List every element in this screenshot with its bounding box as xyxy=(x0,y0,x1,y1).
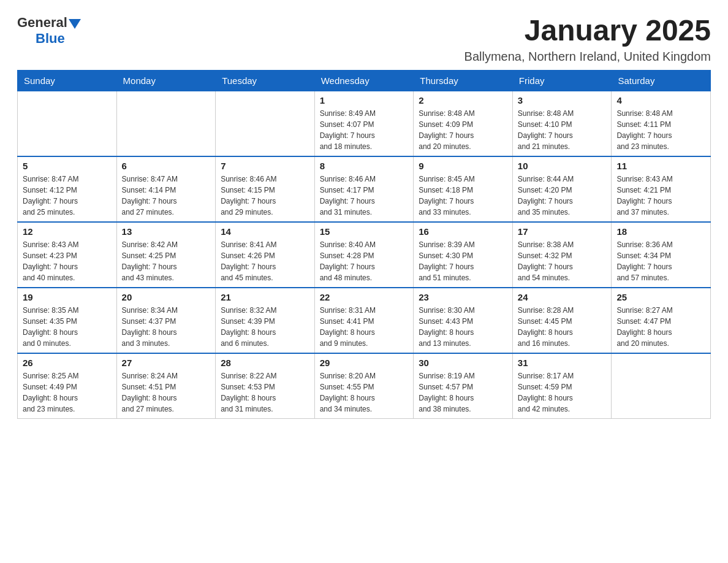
calendar-day-cell xyxy=(116,91,216,156)
day-number: 21 xyxy=(221,292,309,302)
day-info: Sunrise: 8:39 AM Sunset: 4:30 PM Dayligh… xyxy=(419,239,507,283)
calendar-day-cell: 26Sunrise: 8:25 AM Sunset: 4:49 PM Dayli… xyxy=(18,353,117,419)
calendar-header-tuesday: Tuesday xyxy=(216,70,315,91)
day-info: Sunrise: 8:43 AM Sunset: 4:21 PM Dayligh… xyxy=(616,174,705,218)
calendar-day-cell: 29Sunrise: 8:20 AM Sunset: 4:55 PM Dayli… xyxy=(314,353,414,419)
day-info: Sunrise: 8:36 AM Sunset: 4:34 PM Dayligh… xyxy=(616,239,705,283)
day-info: Sunrise: 8:28 AM Sunset: 4:45 PM Dayligh… xyxy=(518,305,607,349)
day-info: Sunrise: 8:31 AM Sunset: 4:41 PM Dayligh… xyxy=(320,305,409,349)
calendar-day-cell xyxy=(216,91,315,156)
day-info: Sunrise: 8:48 AM Sunset: 4:11 PM Dayligh… xyxy=(616,108,705,152)
calendar-day-cell: 31Sunrise: 8:17 AM Sunset: 4:59 PM Dayli… xyxy=(512,353,612,419)
day-number: 8 xyxy=(320,161,409,171)
calendar-day-cell: 17Sunrise: 8:38 AM Sunset: 4:32 PM Dayli… xyxy=(512,222,612,288)
calendar-day-cell xyxy=(18,91,117,156)
calendar-day-cell: 12Sunrise: 8:43 AM Sunset: 4:23 PM Dayli… xyxy=(18,222,117,288)
calendar-day-cell: 23Sunrise: 8:30 AM Sunset: 4:43 PM Dayli… xyxy=(414,288,513,353)
day-number: 31 xyxy=(518,358,607,368)
subtitle: Ballymena, Northern Ireland, United King… xyxy=(464,50,711,64)
calendar-day-cell: 5Sunrise: 8:47 AM Sunset: 4:12 PM Daylig… xyxy=(18,156,117,222)
calendar-day-cell: 2Sunrise: 8:48 AM Sunset: 4:09 PM Daylig… xyxy=(414,91,513,156)
day-number: 16 xyxy=(419,226,507,237)
day-info: Sunrise: 8:22 AM Sunset: 4:53 PM Dayligh… xyxy=(221,370,309,415)
calendar-day-cell: 20Sunrise: 8:34 AM Sunset: 4:37 PM Dayli… xyxy=(116,288,216,353)
day-info: Sunrise: 8:19 AM Sunset: 4:57 PM Dayligh… xyxy=(419,370,507,415)
page-header: General Blue January 2025 Ballymena, Nor… xyxy=(17,15,711,64)
day-number: 2 xyxy=(419,95,507,105)
day-info: Sunrise: 8:47 AM Sunset: 4:12 PM Dayligh… xyxy=(23,174,112,218)
calendar-day-cell: 25Sunrise: 8:27 AM Sunset: 4:47 PM Dayli… xyxy=(612,288,711,353)
day-info: Sunrise: 8:46 AM Sunset: 4:17 PM Dayligh… xyxy=(320,174,409,218)
day-number: 18 xyxy=(616,226,705,237)
logo: General Blue xyxy=(17,15,81,47)
day-number: 5 xyxy=(23,161,112,171)
calendar-day-cell: 21Sunrise: 8:32 AM Sunset: 4:39 PM Dayli… xyxy=(216,288,315,353)
logo-general-text: General xyxy=(17,15,67,31)
day-number: 27 xyxy=(122,358,211,368)
day-number: 14 xyxy=(221,226,309,237)
main-title: January 2025 xyxy=(464,15,711,47)
day-info: Sunrise: 8:20 AM Sunset: 4:55 PM Dayligh… xyxy=(320,370,409,415)
calendar-header-monday: Monday xyxy=(116,70,216,91)
day-info: Sunrise: 8:32 AM Sunset: 4:39 PM Dayligh… xyxy=(221,305,309,349)
day-number: 12 xyxy=(23,226,112,237)
day-info: Sunrise: 8:43 AM Sunset: 4:23 PM Dayligh… xyxy=(23,239,112,283)
calendar-day-cell: 30Sunrise: 8:19 AM Sunset: 4:57 PM Dayli… xyxy=(414,353,513,419)
calendar-header-sunday: Sunday xyxy=(18,70,117,91)
calendar-header-saturday: Saturday xyxy=(612,70,711,91)
calendar-day-cell: 3Sunrise: 8:48 AM Sunset: 4:10 PM Daylig… xyxy=(512,91,612,156)
day-info: Sunrise: 8:48 AM Sunset: 4:09 PM Dayligh… xyxy=(419,108,507,152)
calendar-day-cell: 9Sunrise: 8:45 AM Sunset: 4:18 PM Daylig… xyxy=(414,156,513,222)
day-number: 26 xyxy=(23,358,112,368)
calendar-week-row: 5Sunrise: 8:47 AM Sunset: 4:12 PM Daylig… xyxy=(18,156,711,222)
day-number: 19 xyxy=(23,292,112,302)
day-info: Sunrise: 8:27 AM Sunset: 4:47 PM Dayligh… xyxy=(616,305,705,349)
day-info: Sunrise: 8:30 AM Sunset: 4:43 PM Dayligh… xyxy=(419,305,507,349)
calendar-header-row: SundayMondayTuesdayWednesdayThursdayFrid… xyxy=(18,70,711,91)
day-info: Sunrise: 8:17 AM Sunset: 4:59 PM Dayligh… xyxy=(518,370,607,415)
calendar-day-cell: 14Sunrise: 8:41 AM Sunset: 4:26 PM Dayli… xyxy=(216,222,315,288)
calendar-week-row: 12Sunrise: 8:43 AM Sunset: 4:23 PM Dayli… xyxy=(18,222,711,288)
calendar-day-cell: 22Sunrise: 8:31 AM Sunset: 4:41 PM Dayli… xyxy=(314,288,414,353)
calendar-day-cell: 7Sunrise: 8:46 AM Sunset: 4:15 PM Daylig… xyxy=(216,156,315,222)
calendar-header-friday: Friday xyxy=(512,70,612,91)
day-number: 1 xyxy=(320,95,409,105)
logo-blue-text: Blue xyxy=(36,31,65,47)
day-info: Sunrise: 8:38 AM Sunset: 4:32 PM Dayligh… xyxy=(518,239,607,283)
day-info: Sunrise: 8:47 AM Sunset: 4:14 PM Dayligh… xyxy=(122,174,211,218)
day-number: 17 xyxy=(518,226,607,237)
calendar-header-wednesday: Wednesday xyxy=(314,70,414,91)
day-info: Sunrise: 8:35 AM Sunset: 4:35 PM Dayligh… xyxy=(23,305,112,349)
day-number: 6 xyxy=(122,161,211,171)
day-info: Sunrise: 8:34 AM Sunset: 4:37 PM Dayligh… xyxy=(122,305,211,349)
calendar-week-row: 19Sunrise: 8:35 AM Sunset: 4:35 PM Dayli… xyxy=(18,288,711,353)
day-info: Sunrise: 8:24 AM Sunset: 4:51 PM Dayligh… xyxy=(122,370,211,415)
day-number: 30 xyxy=(419,358,507,368)
day-number: 11 xyxy=(616,161,705,171)
day-info: Sunrise: 8:44 AM Sunset: 4:20 PM Dayligh… xyxy=(518,174,607,218)
day-number: 10 xyxy=(518,161,607,171)
day-number: 4 xyxy=(616,95,705,105)
day-info: Sunrise: 8:41 AM Sunset: 4:26 PM Dayligh… xyxy=(221,239,309,283)
day-number: 29 xyxy=(320,358,409,368)
calendar-day-cell: 28Sunrise: 8:22 AM Sunset: 4:53 PM Dayli… xyxy=(216,353,315,419)
calendar-day-cell: 1Sunrise: 8:49 AM Sunset: 4:07 PM Daylig… xyxy=(314,91,414,156)
day-info: Sunrise: 8:25 AM Sunset: 4:49 PM Dayligh… xyxy=(23,370,112,415)
day-number: 9 xyxy=(419,161,507,171)
day-number: 22 xyxy=(320,292,409,302)
calendar-day-cell: 13Sunrise: 8:42 AM Sunset: 4:25 PM Dayli… xyxy=(116,222,216,288)
calendar-week-row: 1Sunrise: 8:49 AM Sunset: 4:07 PM Daylig… xyxy=(18,91,711,156)
calendar-day-cell: 10Sunrise: 8:44 AM Sunset: 4:20 PM Dayli… xyxy=(512,156,612,222)
calendar-header-thursday: Thursday xyxy=(414,70,513,91)
day-number: 20 xyxy=(122,292,211,302)
calendar-day-cell: 8Sunrise: 8:46 AM Sunset: 4:17 PM Daylig… xyxy=(314,156,414,222)
day-info: Sunrise: 8:45 AM Sunset: 4:18 PM Dayligh… xyxy=(419,174,507,218)
calendar-day-cell: 16Sunrise: 8:39 AM Sunset: 4:30 PM Dayli… xyxy=(414,222,513,288)
day-number: 23 xyxy=(419,292,507,302)
calendar-day-cell: 11Sunrise: 8:43 AM Sunset: 4:21 PM Dayli… xyxy=(612,156,711,222)
day-number: 13 xyxy=(122,226,211,237)
day-number: 25 xyxy=(616,292,705,302)
calendar-day-cell: 6Sunrise: 8:47 AM Sunset: 4:14 PM Daylig… xyxy=(116,156,216,222)
title-block: January 2025 Ballymena, Northern Ireland… xyxy=(464,15,711,64)
day-info: Sunrise: 8:49 AM Sunset: 4:07 PM Dayligh… xyxy=(320,108,409,152)
